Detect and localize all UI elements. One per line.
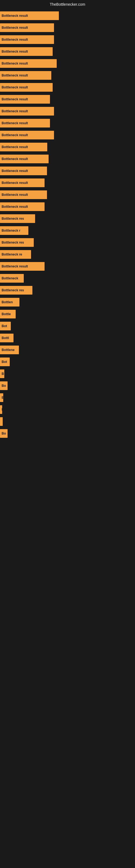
bottleneck-bar: Bottleneck res bbox=[0, 238, 34, 247]
bar-row: Bottleneck res bbox=[0, 284, 135, 296]
bar-label: Bottleneck result bbox=[2, 181, 28, 185]
bottleneck-bar: Bottleneck result bbox=[0, 71, 51, 80]
bar-label: Bottleneck result bbox=[2, 50, 28, 54]
bar-label: Bottleneck result bbox=[2, 73, 28, 77]
bottleneck-bar: B bbox=[0, 369, 4, 378]
bar-label: Bottleneck res bbox=[2, 241, 24, 244]
bar-row: B bbox=[0, 392, 135, 404]
bar-row: Bottleneck result bbox=[0, 153, 135, 165]
bar-row: Bottleneck result bbox=[0, 82, 135, 93]
bottleneck-bar: Bottleneck result bbox=[0, 119, 50, 127]
bar-row: Bottleneck res bbox=[0, 237, 135, 248]
bars-container: Bottleneck resultBottleneck resultBottle… bbox=[0, 9, 135, 440]
bottleneck-bar: Bottleneck res bbox=[0, 286, 32, 294]
bar-row: Bottleneck result bbox=[0, 260, 135, 272]
bar-label: Bottleneck re bbox=[2, 252, 22, 256]
bar-label: Bottleneck result bbox=[2, 121, 28, 125]
bar-label: Bo bbox=[2, 384, 6, 388]
bottleneck-bar: B bbox=[0, 393, 3, 402]
bar-row: Bottleneck r bbox=[0, 225, 135, 237]
bar-label: Bottleneck bbox=[2, 276, 18, 280]
bottleneck-bar: Bottleneck bbox=[0, 274, 24, 283]
bar-label: Bo bbox=[2, 432, 6, 435]
bar-label: Bottleneck result bbox=[2, 157, 28, 161]
bottleneck-bar: Bottle bbox=[0, 310, 16, 318]
bar-label: Bottlene bbox=[2, 348, 14, 352]
bar-label: B bbox=[2, 372, 4, 376]
bottleneck-bar: Bot bbox=[0, 322, 11, 330]
bar-row: B bbox=[0, 368, 135, 380]
bottleneck-bar: Bottleneck result bbox=[0, 179, 45, 187]
bar-label: Bottleneck result bbox=[2, 109, 28, 113]
bar-row: Bottleneck result bbox=[0, 10, 135, 22]
bar-row: I bbox=[0, 404, 135, 415]
bottleneck-bar: Bottleneck re bbox=[0, 250, 31, 259]
bar-row: Bottleneck result bbox=[0, 22, 135, 34]
bottleneck-bar: Bottleneck r bbox=[0, 226, 28, 235]
bar-row: Bottleneck result bbox=[0, 105, 135, 117]
bar-label: Bottleneck result bbox=[2, 193, 28, 197]
bar-label: Bottleneck result bbox=[2, 62, 28, 65]
bar-label: Bottleneck res bbox=[2, 217, 24, 220]
bar-label: Bottlen bbox=[2, 300, 13, 304]
bar-row: Bottleneck result bbox=[0, 93, 135, 105]
bar-label: Bottleneck result bbox=[2, 86, 28, 89]
bottleneck-bar: Bottleneck result bbox=[0, 107, 54, 116]
bar-row: Bottleneck result bbox=[0, 69, 135, 82]
bar-row bbox=[0, 415, 135, 428]
bar-row: Bottleneck result bbox=[0, 177, 135, 189]
bar-row: Bo bbox=[0, 380, 135, 392]
bar-label: Bottleneck result bbox=[2, 169, 28, 173]
bottleneck-bar: Bottleneck result bbox=[0, 155, 49, 163]
bottleneck-bar: Bottleneck result bbox=[0, 95, 50, 104]
bar-row: Bottleneck res bbox=[0, 213, 135, 225]
bottleneck-bar: Bottleneck result bbox=[0, 11, 59, 20]
bottleneck-bar: Bottleneck result bbox=[0, 59, 57, 68]
bottleneck-bar: Bot bbox=[0, 358, 10, 366]
bottleneck-bar bbox=[0, 417, 3, 426]
bar-label: Bottle bbox=[2, 312, 11, 316]
bottleneck-bar: Bottleneck result bbox=[0, 143, 47, 151]
bar-row: Bottleneck result bbox=[0, 129, 135, 141]
bar-row: Bottleneck result bbox=[0, 58, 135, 69]
bar-row: Bottleneck bbox=[0, 272, 135, 284]
bar-label: Bottleneck result bbox=[2, 14, 28, 18]
bar-label: B bbox=[2, 396, 3, 400]
bar-row: Bot bbox=[0, 320, 135, 332]
bar-row: Bottlen bbox=[0, 296, 135, 308]
bar-label: Bottleneck result bbox=[2, 145, 28, 149]
bar-row: Bottleneck re bbox=[0, 248, 135, 260]
bar-label: Bottleneck r bbox=[2, 229, 20, 232]
bar-label: Bottleneck result bbox=[2, 26, 28, 30]
bar-label: Bottleneck result bbox=[2, 133, 28, 137]
bar-row: Bottleneck result bbox=[0, 141, 135, 153]
bar-label: Bot bbox=[2, 324, 7, 328]
bar-row: Bottleneck result bbox=[0, 201, 135, 213]
bottleneck-bar: Bottleneck result bbox=[0, 203, 45, 211]
bar-label: Bottl bbox=[2, 336, 9, 340]
bar-row: Bottle bbox=[0, 308, 135, 320]
bottleneck-bar: I bbox=[0, 405, 2, 414]
bottleneck-bar: Bottleneck result bbox=[0, 47, 53, 56]
bottleneck-bar: Bottleneck result bbox=[0, 83, 53, 92]
bar-label: Bottleneck result bbox=[2, 38, 28, 41]
bar-label: Bottleneck result bbox=[2, 265, 28, 268]
bar-label: Bottleneck result bbox=[2, 205, 28, 209]
bottleneck-bar: Bottl bbox=[0, 334, 13, 342]
bottleneck-bar: Bottlene bbox=[0, 346, 19, 354]
bottleneck-bar: Bottleneck result bbox=[0, 131, 54, 140]
bottleneck-bar: Bottleneck res bbox=[0, 214, 35, 223]
bar-row: Bottlene bbox=[0, 344, 135, 356]
bar-label: Bottleneck res bbox=[2, 288, 24, 292]
bar-row: Bottleneck result bbox=[0, 45, 135, 58]
bottleneck-bar: Bottlen bbox=[0, 298, 19, 307]
bottleneck-bar: Bottleneck result bbox=[0, 262, 45, 271]
bottleneck-bar: Bottleneck result bbox=[0, 23, 54, 32]
bar-row: Bo bbox=[0, 428, 135, 439]
bar-row: Bottleneck result bbox=[0, 189, 135, 201]
bar-row: Bottleneck result bbox=[0, 117, 135, 129]
bar-label: Bottleneck result bbox=[2, 97, 28, 101]
site-title: TheBottlenecker.com bbox=[0, 0, 135, 9]
bar-row: Bot bbox=[0, 356, 135, 368]
bar-row: Bottl bbox=[0, 332, 135, 344]
